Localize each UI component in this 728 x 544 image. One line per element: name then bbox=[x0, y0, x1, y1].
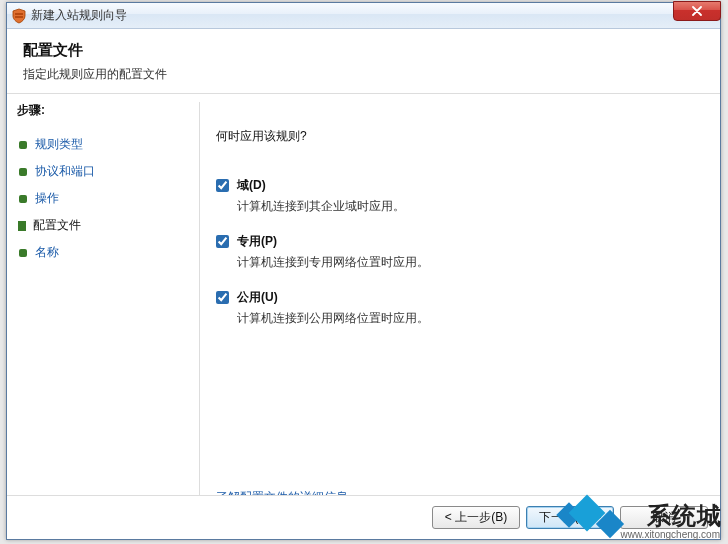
next-button[interactable]: 下一步(N) > bbox=[526, 506, 614, 529]
option-public: 公用(U) 计算机连接到公用网络位置时应用。 bbox=[216, 289, 702, 327]
step-link[interactable]: 操作 bbox=[35, 190, 59, 207]
wizard-header: 配置文件 指定此规则应用的配置文件 bbox=[7, 29, 720, 94]
option-public-label: 公用(U) bbox=[237, 290, 278, 304]
option-domain-label: 域(D) bbox=[237, 178, 266, 192]
bullet-icon bbox=[19, 141, 27, 149]
checkbox-private[interactable] bbox=[216, 235, 229, 248]
checkbox-domain[interactable] bbox=[216, 179, 229, 192]
back-button[interactable]: < 上一步(B) bbox=[432, 506, 520, 529]
window-title: 新建入站规则向导 bbox=[31, 7, 127, 24]
bullet-icon bbox=[19, 195, 27, 203]
titlebar: 新建入站规则向导 bbox=[7, 3, 720, 29]
step-link[interactable]: 协议和端口 bbox=[35, 163, 95, 180]
bullet-icon bbox=[19, 168, 27, 176]
cancel-button[interactable]: 取消 bbox=[620, 506, 708, 529]
steps-sidebar: 步骤: 规则类型 协议和端口 操作 配置文件 bbox=[7, 94, 199, 506]
arrow-icon bbox=[18, 221, 26, 231]
step-profile[interactable]: 配置文件 bbox=[17, 212, 199, 239]
option-private-desc: 计算机连接到专用网络位置时应用。 bbox=[237, 254, 429, 271]
svg-rect-0 bbox=[15, 13, 23, 15]
checkbox-public[interactable] bbox=[216, 291, 229, 304]
steps-list: 规则类型 协议和端口 操作 配置文件 名称 bbox=[17, 131, 199, 266]
option-private: 专用(P) 计算机连接到专用网络位置时应用。 bbox=[216, 233, 702, 271]
page-title: 配置文件 bbox=[23, 41, 704, 60]
option-private-label: 专用(P) bbox=[237, 234, 277, 248]
svg-rect-1 bbox=[15, 16, 23, 18]
firewall-icon bbox=[11, 8, 27, 24]
wizard-body: 步骤: 规则类型 协议和端口 操作 配置文件 bbox=[7, 94, 720, 506]
step-link[interactable]: 名称 bbox=[35, 244, 59, 261]
main-panel: 何时应用该规则? 域(D) 计算机连接到其企业域时应用。 专用(P) 计算机连接… bbox=[200, 94, 720, 506]
step-protocol-port[interactable]: 协议和端口 bbox=[17, 158, 199, 185]
step-link[interactable]: 规则类型 bbox=[35, 136, 83, 153]
option-public-desc: 计算机连接到公用网络位置时应用。 bbox=[237, 310, 429, 327]
bullet-icon bbox=[19, 249, 27, 257]
page-subtitle: 指定此规则应用的配置文件 bbox=[23, 66, 704, 83]
step-rule-type[interactable]: 规则类型 bbox=[17, 131, 199, 158]
step-name[interactable]: 名称 bbox=[17, 239, 199, 266]
wizard-footer: < 上一步(B) 下一步(N) > 取消 bbox=[7, 495, 720, 539]
step-action[interactable]: 操作 bbox=[17, 185, 199, 212]
step-link[interactable]: 配置文件 bbox=[33, 217, 81, 234]
wizard-window: 新建入站规则向导 配置文件 指定此规则应用的配置文件 步骤: 规则类型 协议和端… bbox=[6, 2, 721, 540]
steps-heading: 步骤: bbox=[17, 102, 199, 119]
close-button[interactable] bbox=[673, 1, 721, 21]
question-text: 何时应用该规则? bbox=[216, 128, 702, 145]
option-domain: 域(D) 计算机连接到其企业域时应用。 bbox=[216, 177, 702, 215]
option-domain-desc: 计算机连接到其企业域时应用。 bbox=[237, 198, 405, 215]
